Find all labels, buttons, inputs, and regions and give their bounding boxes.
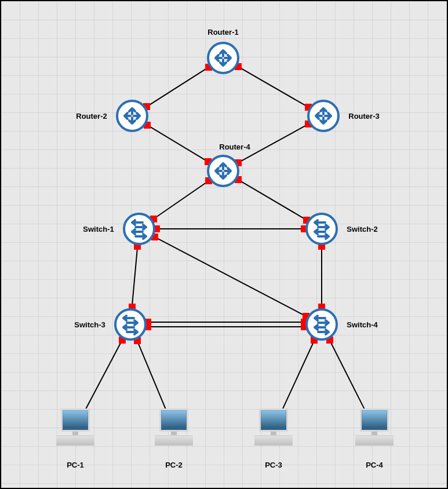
label-switch4: Switch-4 bbox=[347, 320, 377, 329]
switch-icon bbox=[305, 213, 338, 245]
router-icon bbox=[207, 155, 239, 187]
node-pc4[interactable] bbox=[354, 408, 395, 449]
label-pc3: PC-3 bbox=[265, 461, 282, 469]
label-pc4: PC-4 bbox=[366, 461, 383, 469]
label-router1: Router-1 bbox=[207, 28, 238, 37]
label-switch1: Switch-1 bbox=[83, 225, 114, 233]
switch-icon bbox=[305, 308, 338, 341]
label-switch3: Switch-3 bbox=[74, 320, 105, 329]
pc-icon bbox=[354, 408, 395, 449]
label-router3: Router-3 bbox=[348, 112, 379, 121]
node-switch3[interactable] bbox=[114, 308, 147, 341]
node-switch1[interactable] bbox=[123, 213, 155, 245]
node-switch2[interactable] bbox=[305, 213, 338, 245]
node-router2[interactable] bbox=[116, 100, 148, 132]
router-icon bbox=[116, 100, 148, 132]
label-router2: Router-2 bbox=[76, 112, 107, 121]
pc-icon bbox=[154, 408, 194, 449]
router-icon bbox=[207, 42, 239, 74]
label-switch2: Switch-2 bbox=[347, 225, 377, 233]
node-switch4[interactable] bbox=[305, 308, 338, 341]
node-router3[interactable] bbox=[307, 100, 340, 132]
node-router1[interactable] bbox=[207, 42, 239, 74]
pc-icon bbox=[55, 408, 96, 449]
node-router4[interactable] bbox=[207, 155, 239, 187]
router-icon bbox=[307, 100, 340, 132]
node-pc2[interactable] bbox=[154, 408, 194, 449]
label-pc2: PC-2 bbox=[165, 461, 183, 469]
label-router4: Router-4 bbox=[219, 143, 250, 151]
pc-icon bbox=[253, 408, 294, 449]
node-pc1[interactable] bbox=[55, 408, 96, 449]
switch-icon bbox=[123, 213, 155, 245]
switch-icon bbox=[114, 308, 147, 341]
label-pc1: PC-1 bbox=[67, 461, 84, 469]
node-pc3[interactable] bbox=[253, 408, 294, 449]
diagram-stage: Router-1Router-2Router-3Router-4Switch-1… bbox=[0, 0, 448, 489]
